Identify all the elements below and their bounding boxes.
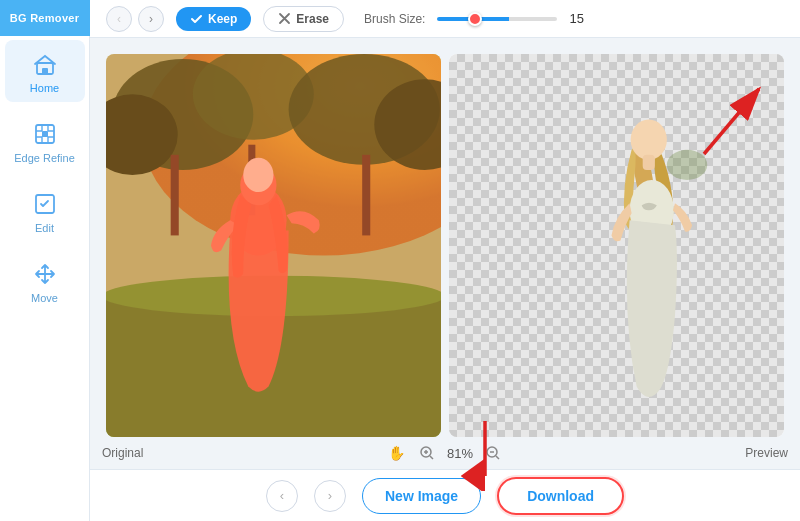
zoom-percentage: 81% bbox=[447, 446, 473, 461]
keep-checkmark-icon bbox=[190, 12, 203, 25]
brush-size-value: 15 bbox=[569, 11, 593, 26]
sidebar-item-home-label: Home bbox=[30, 82, 59, 94]
app-logo: BG Remover bbox=[0, 0, 90, 36]
nav-buttons: ‹ › bbox=[106, 6, 164, 32]
svg-rect-1 bbox=[42, 68, 48, 74]
brush-size-label: Brush Size: bbox=[364, 12, 425, 26]
back-button[interactable]: ‹ bbox=[106, 6, 132, 32]
move-icon bbox=[31, 260, 59, 288]
download-button[interactable]: Download bbox=[497, 477, 624, 515]
action-bar: ‹ › New Image Download bbox=[90, 469, 800, 521]
svg-line-30 bbox=[430, 456, 433, 459]
svg-rect-22 bbox=[643, 155, 655, 170]
prev-image-button[interactable]: ‹ bbox=[266, 480, 298, 512]
zoom-out-icon[interactable] bbox=[483, 443, 503, 463]
toolbar: ‹ › Keep Erase Brush Size: 15 bbox=[90, 0, 800, 38]
next-image-button[interactable]: › bbox=[314, 480, 346, 512]
sidebar-item-home[interactable]: Home bbox=[5, 40, 85, 102]
new-image-button[interactable]: New Image bbox=[362, 478, 481, 514]
sidebar-item-edit-label: Edit bbox=[35, 222, 54, 234]
keep-button[interactable]: Keep bbox=[176, 7, 251, 31]
zoom-controls: ✋ 81% bbox=[331, 443, 560, 463]
svg-rect-20 bbox=[106, 54, 441, 437]
svg-rect-3 bbox=[42, 131, 48, 137]
sidebar-item-move[interactable]: Move bbox=[5, 250, 85, 312]
status-bar: Original ✋ 81% Preview bbox=[90, 437, 800, 469]
sidebar: BG Remover Home Edge Refine bbox=[0, 0, 90, 521]
preview-panel bbox=[449, 54, 784, 437]
sidebar-item-edit[interactable]: Edit bbox=[5, 180, 85, 242]
main-content: Original ✋ 81% Preview ‹ › New Image Dow… bbox=[90, 38, 800, 521]
erase-icon bbox=[278, 12, 291, 25]
preview-canvas[interactable] bbox=[449, 54, 784, 437]
svg-line-33 bbox=[496, 456, 499, 459]
svg-point-21 bbox=[631, 120, 667, 160]
original-canvas[interactable] bbox=[106, 54, 441, 437]
home-icon bbox=[31, 50, 59, 78]
edit-icon bbox=[31, 190, 59, 218]
brush-size-slider[interactable] bbox=[437, 17, 557, 21]
svg-point-24 bbox=[667, 150, 707, 180]
sidebar-item-edge-refine[interactable]: Edge Refine bbox=[5, 110, 85, 172]
zoom-in-icon[interactable] bbox=[417, 443, 437, 463]
hand-tool-icon[interactable]: ✋ bbox=[387, 443, 407, 463]
logo-text: BG Remover bbox=[10, 12, 80, 24]
canvas-area bbox=[90, 38, 800, 437]
edge-refine-icon bbox=[31, 120, 59, 148]
erase-button[interactable]: Erase bbox=[263, 6, 344, 32]
original-label: Original bbox=[102, 446, 331, 460]
sidebar-item-move-label: Move bbox=[31, 292, 58, 304]
preview-label: Preview bbox=[559, 446, 788, 460]
original-panel bbox=[106, 54, 441, 437]
forward-button[interactable]: › bbox=[138, 6, 164, 32]
sidebar-item-edge-refine-label: Edge Refine bbox=[14, 152, 75, 164]
